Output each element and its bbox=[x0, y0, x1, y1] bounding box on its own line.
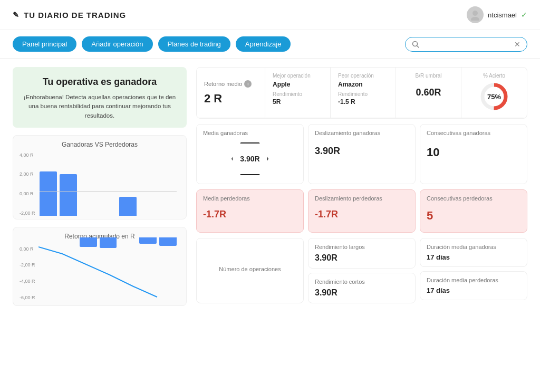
bar-chart-card: Ganadoras VS Perdedoras 4,00 R 2,00 R 0,… bbox=[13, 135, 187, 219]
mejor-op-cell: Mejor operación Apple Rendimiento 5R bbox=[265, 68, 331, 118]
retorno-label: Retorno medio bbox=[204, 81, 242, 87]
rendimiento-largos-label: Rendimiento largos bbox=[315, 244, 409, 250]
top-stats-container: Retorno medio i 2 R Mejor operación Appl… bbox=[196, 67, 527, 119]
nav-aprendizaje[interactable]: Aprendizaje bbox=[236, 36, 291, 52]
consecutivas-perdedoras-value: 5 bbox=[427, 205, 520, 227]
left-panel: Tu operativa es ganadora ¡Enhorabuena! D… bbox=[13, 67, 187, 306]
username: ntcismael bbox=[488, 11, 517, 19]
rendimiento-largos-card: Rendimiento largos 3.90R bbox=[308, 238, 416, 269]
bar-6 bbox=[139, 237, 157, 244]
consecutivas-ganadoras-card: Consecutivas ganadoras 10 bbox=[420, 124, 527, 184]
retorno-cell: Retorno medio i 2 R bbox=[197, 68, 265, 118]
search-input[interactable] bbox=[422, 40, 511, 48]
rendimiento-peor-value: -1.5 R bbox=[338, 98, 388, 106]
line-chart-y-labels: 0,00 R -2,00 R -4,00 R -6,00 R bbox=[18, 244, 38, 302]
svg-line-3 bbox=[417, 45, 419, 47]
bars-container bbox=[23, 152, 177, 216]
desliz-ganadoras-value: 3.90R bbox=[315, 139, 409, 163]
avatar bbox=[467, 6, 484, 23]
operativa-card: Tu operativa es ganadora ¡Enhorabuena! D… bbox=[13, 67, 187, 128]
line-chart-svg bbox=[18, 244, 181, 301]
peor-op-name: Amazon bbox=[338, 81, 388, 88]
operativa-description: ¡Enhorabuena! Detecta aquellas operacion… bbox=[22, 93, 177, 120]
search-icon bbox=[412, 41, 419, 48]
user-info: ntcismael ✓ bbox=[467, 6, 527, 23]
rendimiento-cortos-label: Rendimiento cortos bbox=[315, 279, 409, 285]
bar-5 bbox=[119, 197, 137, 216]
media-ganadoras-card: Media ganadoras 3.90R bbox=[196, 124, 304, 184]
mejor-op-name: Apple bbox=[273, 81, 323, 88]
bar-2 bbox=[60, 174, 77, 216]
metrics-row-1: Media ganadoras 3.90R Deslizamiento gana… bbox=[196, 124, 527, 184]
rendimiento-mejor-label: Rendimiento bbox=[273, 91, 323, 97]
media-ganadoras-value: 3.90R bbox=[232, 142, 268, 175]
media-perdedoras-value: -1.7R bbox=[203, 205, 297, 224]
main-content: Tu operativa es ganadora ¡Enhorabuena! D… bbox=[0, 59, 540, 314]
desliz-ganadoras-label: Deslizamiento ganadoras bbox=[315, 130, 409, 136]
nav-panel-principal[interactable]: Panel principal bbox=[13, 36, 76, 52]
nav-bar: Panel principal Añadir operación Planes … bbox=[0, 30, 540, 59]
media-ganadoras-label: Media ganadoras bbox=[203, 130, 297, 136]
duracion-perdedoras-label: Duración media perdedoras bbox=[427, 277, 520, 283]
nav-planes-trading[interactable]: Planes de trading bbox=[158, 36, 230, 52]
bar-chart-title: Ganadoras VS Perdedoras bbox=[18, 141, 181, 148]
duracion-perdedoras-value: 17 días bbox=[427, 286, 520, 294]
top-stats-row-1: Retorno medio i 2 R Mejor operación Appl… bbox=[197, 68, 527, 118]
bar-1 bbox=[40, 171, 57, 216]
info-icon[interactable]: i bbox=[244, 80, 252, 88]
num-operaciones-label: Número de operaciones bbox=[219, 266, 281, 272]
consecutivas-perdedoras-label: Consecutivas perdedoras bbox=[427, 195, 520, 202]
svg-point-1 bbox=[471, 17, 479, 21]
edit-icon: ✎ bbox=[13, 11, 20, 19]
br-value: 0.60R bbox=[403, 87, 454, 98]
acierto-label: % Acierto bbox=[483, 73, 505, 79]
num-operaciones-card: Número de operaciones bbox=[196, 238, 304, 303]
rendimiento-mejor-value: 5R bbox=[273, 98, 323, 106]
operativa-title: Tu operativa es ganadora bbox=[22, 77, 177, 88]
consecutivas-ganadoras-label: Consecutivas ganadoras bbox=[427, 130, 520, 136]
verified-icon: ✓ bbox=[521, 11, 527, 19]
nav-añadir-operacion[interactable]: Añadir operación bbox=[82, 36, 152, 52]
rendimiento-cortos-card: Rendimiento cortos 3.90R bbox=[308, 273, 416, 303]
right-panel: Retorno medio i 2 R Mejor operación Appl… bbox=[187, 67, 527, 306]
svg-point-0 bbox=[472, 11, 478, 16]
retorno-value: 2 R bbox=[204, 92, 257, 106]
peor-op-cell: Peor operación Amazon Rendimiento -1.5 R bbox=[331, 68, 396, 118]
rendimiento-peor-label: Rendimiento bbox=[338, 91, 388, 97]
rendimiento-cortos-value: 3.90R bbox=[315, 288, 409, 298]
desliz-ganadoras-card: Deslizamiento ganadoras 3.90R bbox=[308, 124, 416, 184]
desliz-perdedoras-value: -1.7R bbox=[315, 205, 409, 224]
peor-op-label: Peor operación bbox=[338, 73, 388, 79]
logo: ✎ TU DIARIO DE TRADING bbox=[13, 11, 126, 20]
rendimiento-largos-value: 3.90R bbox=[315, 253, 409, 263]
duracion-ganadoras-value: 17 días bbox=[427, 253, 520, 261]
duracion-ganadoras-card: Duración media ganadoras 17 días bbox=[420, 238, 527, 267]
bar-chart: 4,00 R 2,00 R 0,00 R -2,00 R bbox=[18, 152, 181, 216]
donut-chart: 75% bbox=[478, 81, 510, 112]
br-umbral-cell: B/R umbral 0.60R bbox=[396, 68, 461, 118]
duracion-perdedoras-card: Duración media perdedoras 17 días bbox=[420, 271, 527, 300]
consecutivas-ganadoras-value: 10 bbox=[427, 139, 520, 166]
desliz-perdedoras-label: Deslizamiento perdedoras bbox=[315, 195, 409, 202]
metrics-row-2: Media perdedoras -1.7R Deslizamiento per… bbox=[196, 189, 527, 233]
consecutivas-perdedoras-card: Consecutivas perdedoras 5 bbox=[420, 189, 527, 233]
metrics-row-3: Número de operaciones Rendimiento largos… bbox=[196, 238, 527, 303]
media-perdedoras-card: Media perdedoras -1.7R bbox=[196, 189, 304, 233]
duracion-col: Duración media ganadoras 17 días Duració… bbox=[420, 238, 527, 303]
media-perdedoras-label: Media perdedoras bbox=[203, 195, 297, 202]
duracion-ganadoras-label: Duración media ganadoras bbox=[427, 244, 520, 250]
hex-container: 3.90R bbox=[203, 139, 297, 178]
baseline bbox=[40, 191, 177, 192]
desliz-perdedoras-card: Deslizamiento perdedoras -1.7R bbox=[308, 189, 416, 233]
acierto-value: 75% bbox=[487, 93, 501, 101]
search-clear-icon[interactable]: ✕ bbox=[514, 40, 520, 49]
mejor-op-label: Mejor operación bbox=[273, 73, 323, 79]
header: ✎ TU DIARIO DE TRADING ntcismael ✓ bbox=[0, 0, 540, 30]
logo-text: TU DIARIO DE TRADING bbox=[24, 11, 126, 20]
br-label: B/R umbral bbox=[403, 73, 454, 79]
line-chart: 0,00 R -2,00 R -4,00 R -6,00 R bbox=[18, 244, 181, 302]
rendimiento-col: Rendimiento largos 3.90R Rendimiento cor… bbox=[308, 238, 416, 303]
search-box[interactable]: ✕ bbox=[405, 37, 527, 52]
acierto-cell: % Acierto 75% bbox=[461, 68, 527, 118]
